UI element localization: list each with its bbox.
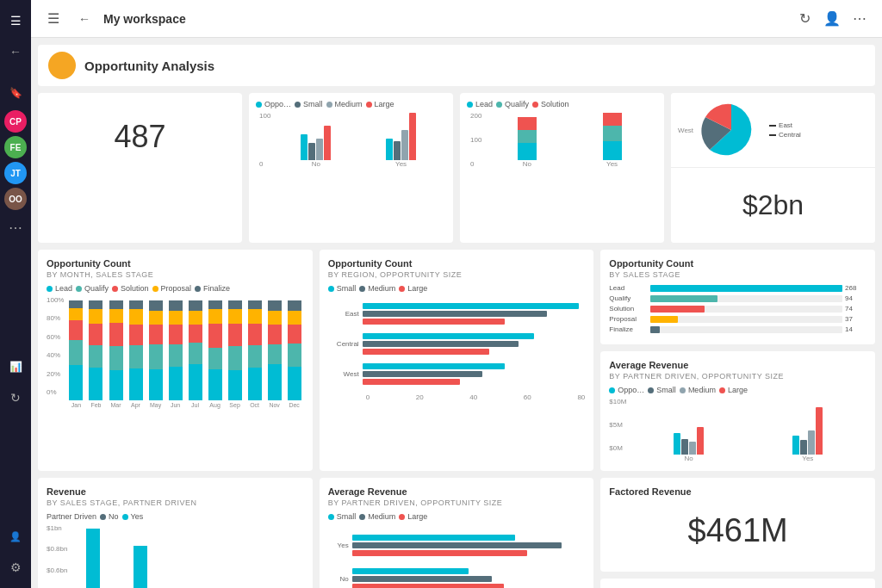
bar-yes-oppo	[386, 139, 393, 160]
seg-solution-nov	[268, 325, 282, 344]
nav-settings-icon[interactable]: ⚙	[2, 554, 29, 581]
bar-dec: Dec	[285, 300, 304, 408]
x-20: 20	[416, 393, 424, 401]
opp-count-region-subtitle: BY REGION, OPPORTUNITY SIZE	[328, 270, 586, 279]
opp-region-legend: Small Medium Large	[328, 284, 586, 293]
pie-chart	[697, 100, 766, 160]
avg-rev-opp-title: Average Revenue	[328, 486, 586, 497]
legend-partner-driven: Partner Driven	[47, 512, 96, 521]
dot-large-aro	[399, 514, 405, 520]
y-20pct: 20%	[47, 370, 64, 378]
stage-row-solution: Solution 74	[609, 305, 866, 313]
topbar-refresh-icon[interactable]: ↻	[792, 7, 817, 31]
bar2-yes-solution	[603, 113, 622, 126]
dot-no-rev	[100, 514, 106, 520]
dot-small-aro	[328, 514, 334, 520]
bar-yes-large	[409, 113, 416, 160]
topbar-menu-icon[interactable]: ☰	[41, 7, 65, 31]
stage-val-solution: 74	[845, 305, 866, 313]
avg-rev-opp-card: Average Revenue BY PARTNER DRIVEN, OPPOR…	[320, 478, 594, 588]
seg-proposal-feb	[89, 309, 102, 323]
avg-yes-oppo	[792, 436, 799, 455]
rev-yes-qualify	[134, 546, 147, 588]
pie-legend-central: Central	[769, 131, 801, 139]
label-medium-ar: Medium	[688, 386, 716, 394]
nav-back-icon[interactable]: ←	[2, 38, 29, 65]
avg-no-medium	[689, 442, 696, 455]
dot-medium-aro	[359, 514, 365, 520]
seg-lead-apr	[129, 368, 143, 400]
seg-proposal-oct	[248, 309, 262, 323]
label-large-r: Large	[407, 284, 427, 293]
bar-sep: Sep	[226, 300, 245, 408]
legend-medium1: Medium	[326, 100, 363, 108]
y-axis-0-2: 0	[470, 160, 481, 168]
stage-row-lead: Lead 268	[609, 284, 866, 292]
kpi-2bn-card: $2bn	[671, 168, 875, 243]
bar-oct: Oct	[245, 300, 264, 408]
seg-solution-dec	[288, 325, 301, 344]
bar-no-large	[324, 126, 331, 160]
x-jan: Jan	[71, 402, 81, 408]
nav-avatar-cp[interactable]: CP	[4, 110, 27, 133]
seg-solution-apr	[129, 325, 143, 345]
nav-avatar-oo[interactable]: OO	[4, 188, 27, 210]
dot-medium-r	[359, 286, 365, 292]
stage-bars-container: Lead 268 Qualify 94 Solution 74	[609, 284, 866, 333]
topbar-more-icon[interactable]: ⋯	[848, 7, 872, 31]
nav-avatar-fe[interactable]: FE	[4, 136, 27, 158]
dot-finalize	[195, 286, 201, 292]
seg-solution-jan	[69, 320, 83, 340]
legend-sales-qualify: Qualify	[496, 100, 529, 108]
avg-rev-legend: Oppo… Small Medium Large	[609, 386, 866, 394]
legend-medium-aro: Medium	[359, 512, 395, 521]
pie-legend-west: West	[678, 127, 693, 134]
east-small-bar	[363, 303, 579, 309]
label-finalize: Finalize	[203, 284, 230, 293]
dot-lead	[47, 286, 53, 292]
nav-more-icon[interactable]: ⋯	[2, 214, 29, 241]
region-west-row: West	[328, 363, 586, 385]
nav-bookmark-icon[interactable]: 🔖	[2, 79, 29, 107]
seg-proposal-apr	[129, 309, 143, 324]
seg-finalize-apr	[129, 300, 143, 309]
stage-label-proposal: Proposal	[609, 315, 648, 323]
avg-yes-label: Yes	[328, 542, 349, 549]
dot-small-ar	[648, 387, 654, 393]
nav-reports-icon[interactable]: 📊	[2, 353, 29, 381]
y-80pct: 80%	[47, 314, 64, 322]
nav-avatar-jt[interactable]: JT	[4, 162, 27, 184]
opp-count-stage-subtitle: BY SALES STAGE	[609, 270, 866, 279]
stage-track-solution	[650, 306, 842, 313]
bar-no-medium	[316, 139, 323, 160]
y-06bn: $0.6bn	[47, 566, 67, 574]
label-large-ar: Large	[728, 386, 748, 394]
seg-finalize-dec	[288, 300, 301, 311]
kpi-487-value: 487	[47, 102, 233, 172]
legend-small1: Small	[295, 100, 323, 108]
seg-solution-may	[149, 325, 163, 344]
seg-qualify-sep	[228, 346, 242, 370]
seg-finalize-jun	[169, 300, 183, 311]
legend-medium-ar: Medium	[680, 386, 716, 394]
legend-qualify-month: Qualify	[76, 284, 109, 293]
topbar-back-icon[interactable]: ←	[72, 7, 96, 31]
x-label-yes-2: Yes	[606, 160, 618, 168]
revenue-subtitle: BY SALES STAGE, PARTNER DRIVEN	[47, 498, 304, 507]
seg-lead-may	[149, 369, 163, 400]
nav-refresh-icon[interactable]: ↻	[2, 384, 29, 412]
no-small-hbar	[352, 568, 469, 574]
nav-menu-icon[interactable]: ☰	[2, 7, 29, 34]
region-east-label: East	[328, 310, 359, 318]
label-yes-rev: Yes	[131, 512, 144, 521]
nav-user-icon[interactable]: 👤	[2, 523, 29, 550]
bar-jun: Jun	[166, 300, 185, 408]
west-medium-bar	[363, 371, 483, 377]
x-dec: Dec	[289, 402, 299, 408]
topbar-user-icon[interactable]: 👤	[820, 7, 844, 31]
seg-qualify-jan	[69, 340, 83, 365]
x-may: May	[150, 402, 161, 408]
avg-no-row: No	[328, 568, 586, 588]
seg-finalize-sep	[228, 300, 242, 309]
legend-dot-small1	[295, 102, 301, 108]
